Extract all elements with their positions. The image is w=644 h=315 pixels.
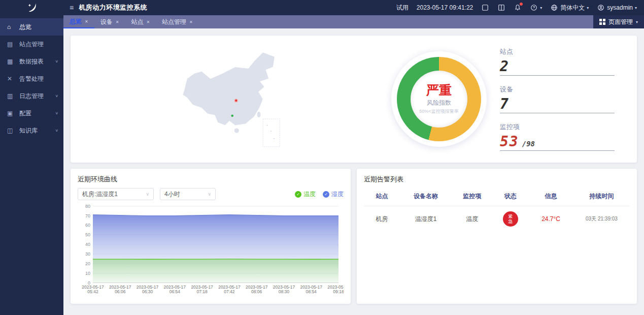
svg-text:10: 10 <box>85 271 90 276</box>
page-manage-button[interactable]: 页面管理 ▾ <box>593 15 644 28</box>
stat-suffix: /98 <box>522 140 535 148</box>
fullscreen-icon[interactable] <box>481 4 489 12</box>
notification-bell-icon[interactable] <box>514 4 522 12</box>
stat-label: 设备 <box>500 85 615 94</box>
alarm-row-0[interactable]: 机房温湿度1温度紧急24.7°C03天 21:39:03 <box>364 206 630 232</box>
env-curve-card: 近期环境曲线 机房:温湿度1 ∨ 4小时 ∨ ✓温度✓湿度 <box>71 169 351 304</box>
svg-text:2023-05-1707:18: 2023-05-1707:18 <box>191 285 213 294</box>
close-icon[interactable]: ✕ <box>116 20 119 24</box>
device-select[interactable]: 机房:温湿度1 ∨ <box>78 188 154 200</box>
sidebar: ⌂总览▤站点管理▦数据报表∨✕告警处理▥日志管理∨▣配置∨◫知识库∨ <box>0 15 63 315</box>
legend-item-0[interactable]: ✓温度 <box>295 190 316 199</box>
alarm-table-body: 机房温湿度1温度紧急24.7°C03天 21:39:03 <box>364 206 630 232</box>
top-bar: ≡ 机房动力环境监控系统 试用 2023-05-17 09:41:22 ▾ <box>0 0 644 15</box>
caret-down-icon: ▾ <box>587 6 589 10</box>
tab-3[interactable]: 站点管理✕ <box>156 15 199 28</box>
map-marker-normal[interactable] <box>231 114 233 117</box>
tab-0[interactable]: 总览✕ <box>63 15 94 28</box>
map-marker-alarm[interactable] <box>234 99 238 102</box>
svg-text:50: 50 <box>85 232 90 237</box>
alarm-item: 温度 <box>452 215 492 224</box>
alarm-site: 机房 <box>364 215 400 224</box>
alarm-col-header: 状态 <box>492 192 528 201</box>
close-icon[interactable]: ✕ <box>146 20 150 24</box>
user-dropdown[interactable]: sysadmin ▾ <box>597 4 637 12</box>
chart-legend: ✓温度✓湿度 <box>295 190 344 199</box>
log-icon: ▥ <box>7 92 15 100</box>
sidebar-item-6[interactable]: ◫知识库∨ <box>0 122 63 139</box>
stat-value: 53 <box>500 135 519 149</box>
app-logo[interactable] <box>0 0 63 15</box>
svg-text:2023-05-1708:30: 2023-05-1708:30 <box>273 285 295 294</box>
hainan-shape <box>234 129 239 133</box>
svg-text:2023-05-1708:06: 2023-05-1708:06 <box>246 285 268 294</box>
split-screen-icon[interactable] <box>497 4 505 12</box>
stat-label: 监控项 <box>500 122 615 132</box>
series-area-1 <box>93 259 338 283</box>
risk-level-text: 严重 <box>426 83 452 98</box>
time-range-select[interactable]: 4小时 ∨ <box>160 188 216 200</box>
help-circle-icon <box>530 4 538 12</box>
sidebar-item-label: 总览 <box>19 23 58 32</box>
island-dot <box>267 125 268 126</box>
hamburger-icon[interactable]: ≡ <box>70 4 74 12</box>
chevron-down-icon: ∨ <box>55 129 58 133</box>
sidebar-item-label: 配置 <box>19 109 55 118</box>
caret-down-icon: ▾ <box>636 20 638 24</box>
sidebar-item-0[interactable]: ⌂总览 <box>0 18 63 36</box>
stat-value: 2 <box>500 59 510 74</box>
svg-text:80: 80 <box>85 204 90 209</box>
sidebar-item-2[interactable]: ▦数据报表∨ <box>0 53 63 70</box>
sidebar-item-3[interactable]: ✕告警处理 <box>0 70 63 87</box>
language-label: 简体中文 <box>560 4 585 12</box>
grid-icon <box>599 19 605 25</box>
svg-text:2023-05-1708:54: 2023-05-1708:54 <box>300 285 322 294</box>
close-icon[interactable]: ✕ <box>85 19 88 24</box>
alarm-list-card: 近期告警列表 站点设备名称监控项状态信息持续时间 机房温湿度1温度紧急24.7°… <box>357 169 637 304</box>
tabs: 总览✕设备✕站点✕站点管理✕ <box>63 15 199 28</box>
content-area: 严重 风险指数 50%<监控项报警率 站点2设备7监控项53/98 近 <box>63 28 644 315</box>
check-circle-icon: ✓ <box>295 191 301 198</box>
sidebar-menu: ⌂总览▤站点管理▦数据报表∨✕告警处理▥日志管理∨▣配置∨◫知识库∨ <box>0 18 63 139</box>
tab-1[interactable]: 设备✕ <box>94 15 125 28</box>
user-avatar-icon <box>597 4 605 12</box>
env-line-chart: 010203040506070802023-05-1705:422023-05-… <box>78 202 344 298</box>
check-circle-icon: ✓ <box>323 191 329 198</box>
sidebar-item-4[interactable]: ▥日志管理∨ <box>0 87 63 105</box>
app-window: ≡ 机房动力环境监控系统 试用 2023-05-17 09:41:22 ▾ <box>0 0 644 315</box>
alarm-list-title: 近期告警列表 <box>364 175 630 184</box>
language-dropdown[interactable]: 简体中文 ▾ <box>550 4 589 12</box>
china-map-shape <box>183 52 275 125</box>
globe-icon <box>550 4 558 12</box>
sidebar-item-1[interactable]: ▤站点管理 <box>0 36 63 53</box>
stat-value: 7 <box>500 97 510 111</box>
config-icon: ▣ <box>7 110 15 117</box>
trial-badge: 试用 <box>396 4 409 12</box>
south-sea-inset-box <box>263 119 280 147</box>
overview-card: 严重 风险指数 50%<监控项报警率 站点2设备7监控项53/98 <box>71 36 637 163</box>
legend-label: 温度 <box>303 190 316 199</box>
chevron-down-icon: ∨ <box>146 192 149 197</box>
alarm-col-header: 持续时间 <box>573 192 630 201</box>
tab-label: 站点管理 <box>162 18 186 26</box>
tab-2[interactable]: 站点✕ <box>125 15 156 28</box>
status-badge: 紧急 <box>503 211 518 227</box>
tab-label: 总览 <box>70 17 82 26</box>
svg-text:2023-05-1705:42: 2023-05-1705:42 <box>82 285 104 294</box>
alarm-table-header: 站点设备名称监控项状态信息持续时间 <box>364 188 630 206</box>
sidebar-item-5[interactable]: ▣配置∨ <box>0 105 63 122</box>
china-map <box>81 41 378 158</box>
alarm-col-header: 设备名称 <box>400 192 452 201</box>
overview-stats: 站点2设备7监控项53/98 <box>500 47 627 151</box>
logo-icon <box>26 2 38 13</box>
caret-down-icon: ▾ <box>540 6 542 10</box>
close-icon[interactable]: ✕ <box>189 20 193 24</box>
help-dropdown[interactable]: ▾ <box>530 4 542 12</box>
chevron-down-icon: ∨ <box>208 192 211 197</box>
legend-item-1[interactable]: ✓湿度 <box>323 190 344 199</box>
stat-0: 站点2 <box>500 47 615 76</box>
chevron-down-icon: ∨ <box>55 111 58 115</box>
svg-text:30: 30 <box>85 251 90 257</box>
island-dot <box>270 131 272 132</box>
chevron-down-icon: ∨ <box>55 59 58 64</box>
